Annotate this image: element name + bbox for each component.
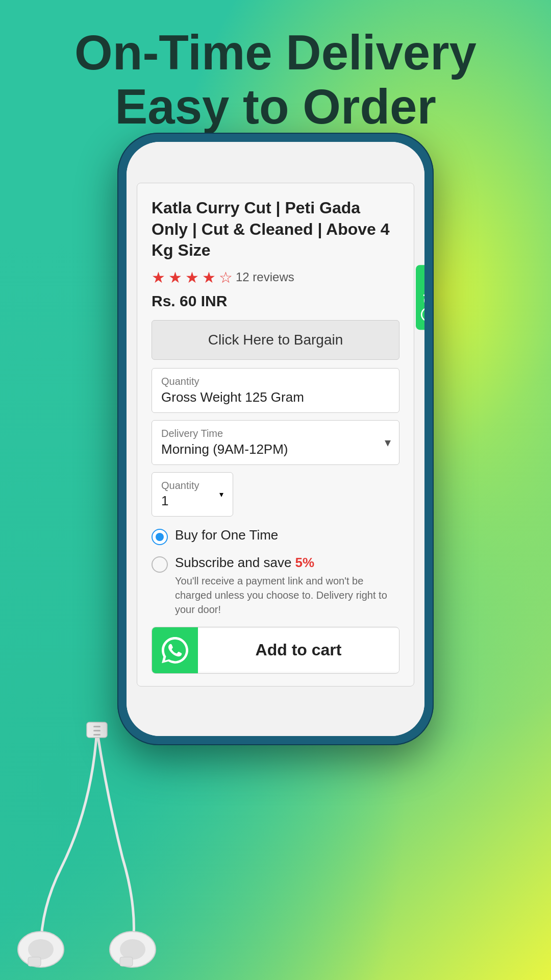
hero-line1: On-Time Delivery	[74, 25, 477, 80]
product-title: Katla Curry Cut | Peti Gada Only | Cut &…	[152, 198, 399, 261]
bargain-button[interactable]: Click Here to Bargain	[152, 320, 399, 360]
qty-dropdown[interactable]: Quantity 1 ▾	[152, 472, 233, 517]
hero-title: On-Time Delivery Easy to Order	[10, 26, 541, 133]
svg-point-4	[120, 939, 145, 960]
quantity-field-group: Quantity Gross Weight 125 Gram	[152, 368, 399, 413]
stars-row: ★ ★ ★ ★ ☆ 12 reviews	[152, 268, 399, 286]
quantity-field-label: Quantity	[161, 376, 390, 387]
share-whatsapp-icon	[421, 307, 424, 322]
delivery-field-value: Morning (9AM-12PM)	[161, 442, 390, 457]
hero-line2: Easy to Order	[115, 79, 436, 134]
delivery-field-group[interactable]: Delivery Time Morning (9AM-12PM) ▾	[152, 420, 399, 465]
product-price: Rs. 60 INR	[152, 292, 399, 310]
star-4: ★	[202, 268, 216, 286]
subscribe-radio[interactable]	[152, 556, 168, 573]
star-3: ★	[185, 268, 199, 286]
subscribe-option[interactable]: Subscribe and save 5% You'll receive a p…	[152, 554, 399, 617]
whatsapp-icon	[162, 637, 188, 664]
star-1: ★	[152, 268, 165, 286]
product-card: Share Katla Curry Cut | Peti Gada Only |…	[137, 183, 414, 687]
svg-rect-9	[93, 734, 101, 736]
subscribe-pct: 5%	[295, 555, 315, 570]
buy-one-time-option[interactable]: Buy for One Time	[152, 527, 399, 545]
svg-rect-7	[93, 726, 101, 727]
phone-inner: Share Katla Curry Cut | Peti Gada Only |…	[127, 142, 424, 736]
qty-dropdown-label: Quantity	[161, 480, 199, 492]
subscribe-text: Subscribe and save	[175, 555, 295, 570]
svg-rect-5	[120, 957, 133, 966]
buy-one-time-label: Buy for One Time	[175, 527, 278, 544]
share-tab[interactable]: Share	[416, 265, 424, 330]
svg-rect-8	[93, 730, 101, 731]
delivery-dropdown-arrow: ▾	[385, 435, 391, 450]
whatsapp-button[interactable]	[152, 627, 198, 673]
star-5-half: ☆	[219, 268, 233, 286]
add-to-cart-row: Add to cart	[152, 627, 399, 674]
delivery-field-label: Delivery Time	[161, 428, 390, 439]
svg-point-1	[28, 939, 54, 960]
qty-dropdown-value: 1	[161, 493, 168, 508]
share-label: Share	[421, 273, 424, 304]
subscribe-description: You'll receive a payment link and won't …	[175, 574, 399, 617]
phone-screen: Share Katla Curry Cut | Peti Gada Only |…	[127, 142, 424, 736]
phone-mockup: Share Katla Curry Cut | Peti Gada Only |…	[117, 133, 434, 745]
hero-section: On-Time Delivery Easy to Order	[0, 15, 551, 143]
qty-dropdown-arrow: ▾	[219, 489, 223, 499]
phone-outer: Share Katla Curry Cut | Peti Gada Only |…	[117, 133, 434, 745]
subscribe-label: Subscribe and save 5%	[175, 555, 314, 570]
quantity-field-value: Gross Weight 125 Gram	[161, 389, 390, 405]
reviews-count: 12 reviews	[236, 270, 294, 284]
purchase-type-group: Buy for One Time Subscribe and save 5% Y…	[152, 527, 399, 617]
add-to-cart-button[interactable]: Add to cart	[198, 628, 399, 672]
svg-rect-2	[28, 957, 41, 966]
star-2: ★	[168, 268, 182, 286]
buy-one-time-radio[interactable]	[152, 529, 168, 545]
